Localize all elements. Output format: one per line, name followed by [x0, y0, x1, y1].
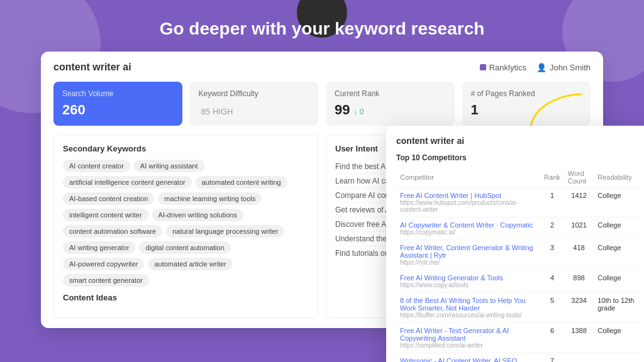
- competitor-cell: Free AI Writing Generator & Toolshttps:/…: [396, 270, 540, 293]
- competitor-wordcount: 1412: [564, 188, 594, 217]
- keyword-tag: natural language processing writer: [166, 225, 284, 238]
- metric-rank-value-row: 99 ↓ 0: [335, 102, 446, 118]
- col-rank: Rank: [540, 167, 564, 188]
- hero-title: Go deeper with your keyword research: [0, 0, 644, 52]
- competitor-readability: College: [594, 217, 640, 240]
- keyword-tag: machine learning writing tools: [158, 192, 262, 205]
- content-ideas-title: Content Ideas: [63, 293, 309, 302]
- competitor-url: https://buffer.com/resources/ai-writing-…: [400, 312, 536, 319]
- keyword-tag: intelligent content writer: [63, 209, 148, 221]
- card-header-right: Ranklytics 👤 John Smith: [480, 63, 591, 72]
- metric-current-rank: Current Rank 99 ↓ 0: [326, 82, 455, 126]
- user-info: 👤 John Smith: [536, 63, 591, 72]
- competitor-overlay-title: content writer ai: [396, 136, 640, 146]
- table-row: 8 of the Best AI Writing Tools to Help Y…: [396, 293, 640, 323]
- competitor-overlay: content writer ai Top 10 Competitors Com…: [386, 126, 644, 362]
- competitor-name[interactable]: AI Copywriter & Content Writer · Copymat…: [400, 221, 536, 229]
- competitor-readability: College: [594, 323, 640, 353]
- metric-rank-label: Current Rank: [335, 89, 446, 98]
- keyword-tag: artificial intelligence content generato…: [63, 176, 192, 189]
- competitor-wordcount: 1021: [564, 217, 594, 240]
- keyword-tag: AI writing generator: [63, 241, 135, 254]
- competitor-rank: 1: [540, 188, 564, 217]
- competitor-url: https://www.hubspot.com/products/cms/ai-…: [400, 199, 536, 213]
- competitor-table-body: Free AI Content Writer | HubSpothttps://…: [396, 188, 640, 363]
- table-row: Free AI Content Writer | HubSpothttps://…: [396, 188, 640, 217]
- competitor-name[interactable]: 8 of the Best AI Writing Tools to Help Y…: [400, 297, 536, 312]
- competitor-wordcount: 3234: [564, 293, 594, 323]
- keyword-tag: automated article writer: [148, 258, 232, 270]
- table-row: Free AI Writer, Content Generator & Writ…: [396, 240, 640, 270]
- col-wordcount: Word Count: [564, 167, 594, 188]
- competitor-readability: College: [594, 188, 640, 217]
- competitor-cell: Free AI Writer, Content Generator & Writ…: [396, 240, 540, 270]
- table-row: AI Copywriter & Content Writer · Copymat…: [396, 217, 640, 240]
- metric-rank-value: 99: [335, 102, 350, 118]
- brand-name: Ranklytics: [489, 63, 526, 72]
- competitor-table: Competitor Rank Word Count Readability F…: [396, 167, 640, 362]
- competitor-wordcount: 898: [564, 270, 594, 293]
- table-row: Free AI Writer - Text Generator & AI Cop…: [396, 323, 640, 353]
- keyword-tag: AI writing assistant: [134, 160, 204, 172]
- metric-search-volume: Search Volume 260: [53, 82, 182, 126]
- keywords-panel: Secondary Keywords AI content creatorAI …: [53, 134, 318, 318]
- metric-rank-change: ↓ 0: [353, 107, 364, 116]
- keyword-tag: AI-driven writing solutions: [152, 209, 243, 221]
- keyword-tag: digital content automation: [139, 241, 230, 254]
- metric-keyword-difficulty: Keyword Difficulty 85HIGH: [190, 82, 319, 126]
- competitor-rank: 3: [540, 240, 564, 270]
- table-row: Writesonic - AI Content Writer, AI SEO T…: [396, 353, 640, 363]
- competitor-url: https://rytr.me/: [400, 259, 536, 266]
- competitor-readability: 10th to 12th grade: [594, 293, 640, 323]
- metric-search-volume-value: 260: [62, 102, 174, 118]
- col-readability: Readability: [594, 167, 640, 188]
- keyword-tag: AI content creator: [63, 160, 130, 172]
- competitor-name[interactable]: Writesonic - AI Content Writer, AI SEO T…: [400, 357, 536, 362]
- competitor-cell: 8 of the Best AI Writing Tools to Help Y…: [396, 293, 540, 323]
- card-header: content writer ai Ranklytics 👤 John Smit…: [53, 62, 591, 73]
- metric-kd-value: 85HIGH: [199, 102, 310, 118]
- top10-label: Top 10 Competitors: [396, 153, 640, 162]
- metric-search-volume-label: Search Volume: [62, 89, 174, 98]
- competitor-table-header: Competitor Rank Word Count Readability: [396, 167, 640, 188]
- competitor-cell: Free AI Content Writer | HubSpothttps://…: [396, 188, 540, 217]
- keyword-tag: automated content writing: [196, 176, 287, 189]
- competitor-cell: Writesonic - AI Content Writer, AI SEO T…: [396, 353, 540, 363]
- kd-badge: HIGH: [213, 107, 233, 116]
- search-query-label: content writer ai: [53, 62, 131, 73]
- user-name: John Smith: [550, 63, 591, 72]
- brand-logo: Ranklytics: [480, 63, 526, 72]
- keywords-grid: AI content creatorAI writing assistantar…: [63, 160, 309, 287]
- competitor-url: https://www.copy.ai/tools: [400, 282, 536, 288]
- competitor-url: https://copymatic.ai/: [400, 229, 536, 236]
- competitor-rank: 4: [540, 270, 564, 293]
- competitor-name[interactable]: Free AI Content Writer | HubSpot: [400, 192, 536, 199]
- competitor-readability: College: [594, 240, 640, 270]
- brand-logo-icon: [480, 64, 486, 70]
- keyword-tag: content automation software: [63, 225, 162, 238]
- competitor-wordcount: 418: [564, 240, 594, 270]
- competitor-rank: 7: [540, 353, 564, 363]
- keyword-tag: smart content generator: [63, 274, 149, 287]
- competitor-cell: AI Copywriter & Content Writer · Copymat…: [396, 217, 540, 240]
- competitor-rank: 2: [540, 217, 564, 240]
- user-icon: 👤: [536, 63, 547, 72]
- competitor-readability: [594, 353, 640, 363]
- competitor-wordcount: 1388: [564, 323, 594, 353]
- competitor-url: https://simplified.com/ai-writer: [400, 342, 536, 349]
- keywords-panel-title: Secondary Keywords: [63, 144, 309, 153]
- competitor-wordcount: [564, 353, 594, 363]
- competitor-name[interactable]: Free AI Writer - Text Generator & AI Cop…: [400, 327, 536, 342]
- content-ideas-section: Content Ideas: [63, 293, 309, 302]
- competitor-rank: 6: [540, 323, 564, 353]
- metric-kd-label: Keyword Difficulty: [199, 89, 310, 98]
- metrics-row: Search Volume 260 Keyword Difficulty 85H…: [53, 82, 591, 126]
- keyword-tag: AI-powered copywriter: [63, 258, 144, 270]
- competitor-name[interactable]: Free AI Writer, Content Generator & Writ…: [400, 244, 536, 259]
- table-row: Free AI Writing Generator & Toolshttps:/…: [396, 270, 640, 293]
- competitor-readability: College: [594, 270, 640, 293]
- competitor-cell: Free AI Writer - Text Generator & AI Cop…: [396, 323, 540, 353]
- keyword-tag: AI-based content creation: [63, 192, 154, 205]
- competitor-name[interactable]: Free AI Writing Generator & Tools: [400, 274, 536, 282]
- competitor-rank: 5: [540, 293, 564, 323]
